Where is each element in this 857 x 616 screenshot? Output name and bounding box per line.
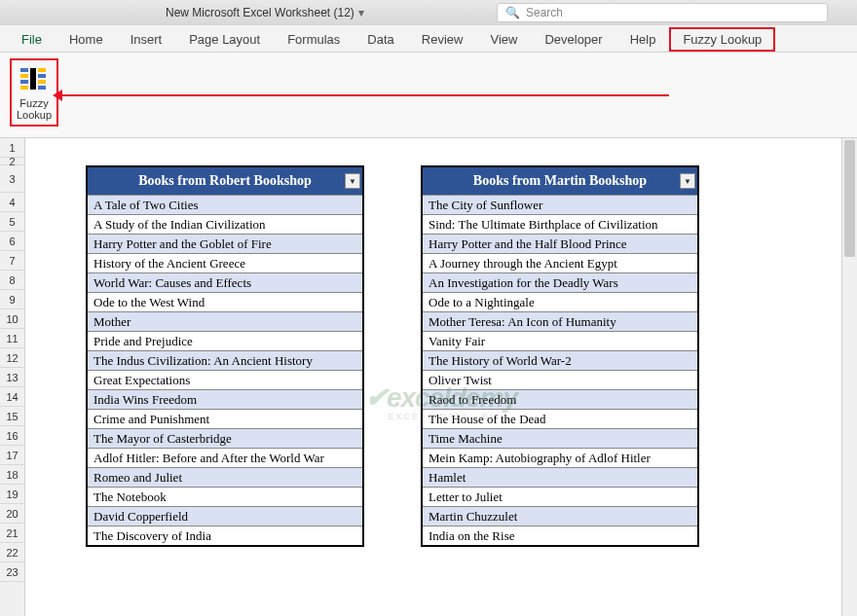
table-row[interactable]: A Journey through the Ancient Egypt <box>423 253 697 272</box>
table-row[interactable]: Letter to Juliet <box>423 487 697 506</box>
tab-home[interactable]: Home <box>56 27 117 52</box>
table-row[interactable]: Crime and Punishment <box>88 409 362 428</box>
vertical-scrollbar[interactable] <box>841 138 857 616</box>
row-header[interactable]: 23 <box>0 562 24 582</box>
table-header-text: Books from Martin Bookshop <box>473 173 647 189</box>
tab-insert[interactable]: Insert <box>117 27 176 52</box>
row-header[interactable]: 19 <box>0 485 24 504</box>
annotation-arrow <box>60 94 669 96</box>
table-row[interactable]: The History of World War-2 <box>423 350 697 370</box>
tab-formulas[interactable]: Formulas <box>274 27 354 52</box>
table-row[interactable]: Mother Teresa: An Icon of Humanity <box>423 311 697 331</box>
table-row[interactable]: David Copperfield <box>88 506 362 525</box>
row-header[interactable]: 22 <box>0 543 24 562</box>
fuzzy-lookup-button[interactable]: FuzzyLookup <box>10 58 58 127</box>
row-header[interactable]: 6 <box>0 232 24 251</box>
table-row[interactable]: An Investigation for the Deadly Wars <box>423 272 697 292</box>
table-row[interactable]: Hamlet <box>423 467 697 487</box>
tab-fuzzy-lookup[interactable]: Fuzzy Lookup <box>669 27 775 52</box>
filter-dropdown-icon[interactable]: ▼ <box>680 173 695 189</box>
table-row[interactable]: Ode to the West Wind <box>88 292 362 311</box>
row-header[interactable]: 15 <box>0 407 24 426</box>
table-row[interactable]: Harry Potter and the Half Blood Prince <box>423 234 697 253</box>
row-header[interactable]: 7 <box>0 251 24 271</box>
table-row[interactable]: The Indus Civilization: An Ancient Histo… <box>88 350 362 370</box>
table-row[interactable]: Sind: The Ultimate Birthplace of Civiliz… <box>423 214 697 234</box>
table-header: Books from Martin Bookshop ▼ <box>423 167 697 195</box>
row-header[interactable]: 9 <box>0 290 24 309</box>
row-header[interactable]: 8 <box>0 271 24 290</box>
sheet-area: 1 2 3 4 5 6 7 8 9 10 11 12 13 14 15 16 1… <box>0 138 857 616</box>
filter-dropdown-icon[interactable]: ▼ <box>345 173 360 189</box>
table-martin-bookshop: Books from Martin Bookshop ▼ The City of… <box>421 165 699 547</box>
title-dropdown-icon[interactable]: ▾ <box>358 6 364 19</box>
title-bar: New Microsoft Excel Worksheet (12) ▾ 🔍 S… <box>0 0 857 25</box>
table-row[interactable]: India on the Rise <box>423 525 697 545</box>
row-header[interactable]: 16 <box>0 426 24 446</box>
svg-rect-7 <box>38 80 46 84</box>
table-row[interactable]: The House of the Dead <box>423 409 697 428</box>
row-header[interactable]: 11 <box>0 329 24 348</box>
tab-data[interactable]: Data <box>354 27 407 52</box>
table-row[interactable]: The City of Sunflower <box>423 195 697 214</box>
table-header-text: Books from Robert Bookshop <box>138 173 312 189</box>
svg-rect-4 <box>30 68 36 90</box>
table-row[interactable]: The Mayor of Casterbridge <box>88 428 362 448</box>
svg-rect-6 <box>38 74 46 78</box>
table-row[interactable]: Oliver Twist <box>423 370 697 389</box>
table-row[interactable]: The Notebook <box>88 487 362 506</box>
table-row[interactable]: Mein Kamp: Autobiography of Adlof Hitler <box>423 448 697 467</box>
row-header[interactable]: 17 <box>0 446 24 465</box>
grid-content[interactable]: Books from Robert Bookshop ▼ A Tale of T… <box>25 138 857 616</box>
table-row[interactable]: Great Expectations <box>88 370 362 389</box>
table-row[interactable]: Romeo and Juliet <box>88 467 362 487</box>
svg-rect-8 <box>38 86 46 90</box>
table-row[interactable]: Martin Chuzzulet <box>423 506 697 525</box>
ribbon-tabs: File Home Insert Page Layout Formulas Da… <box>0 25 857 53</box>
row-header[interactable]: 20 <box>0 504 24 524</box>
table-row[interactable]: The Discovery of India <box>88 525 362 545</box>
svg-rect-1 <box>20 74 28 78</box>
row-header[interactable]: 4 <box>0 193 24 212</box>
tab-view[interactable]: View <box>476 27 531 52</box>
svg-rect-2 <box>20 80 28 84</box>
table-row[interactable]: History of the Ancient Greece <box>88 253 362 272</box>
table-row[interactable]: Mother <box>88 311 362 331</box>
search-placeholder: Search <box>526 6 563 19</box>
table-row[interactable]: World War: Causes and Effects <box>88 272 362 292</box>
row-header[interactable]: 3 <box>0 165 24 193</box>
row-header[interactable]: 14 <box>0 387 24 407</box>
table-row[interactable]: Adlof Hitler: Before and After the World… <box>88 448 362 467</box>
tab-file[interactable]: File <box>8 27 56 52</box>
table-row[interactable]: Harry Potter and the Goblet of Fire <box>88 234 362 253</box>
search-box[interactable]: 🔍 Search <box>497 3 828 22</box>
table-header: Books from Robert Bookshop ▼ <box>88 167 362 195</box>
fuzzy-lookup-label: FuzzyLookup <box>17 97 52 121</box>
table-row[interactable]: A Study of the Indian Civilization <box>88 214 362 234</box>
tab-page-layout[interactable]: Page Layout <box>175 27 274 52</box>
document-title: New Microsoft Excel Worksheet (12) <box>166 6 354 19</box>
fuzzy-lookup-icon <box>19 64 50 95</box>
row-header[interactable]: 18 <box>0 465 24 485</box>
table-row[interactable]: Raod to Freedom <box>423 389 697 409</box>
search-icon: 🔍 <box>505 6 520 19</box>
row-headers: 1 2 3 4 5 6 7 8 9 10 11 12 13 14 15 16 1… <box>0 138 25 616</box>
row-header[interactable]: 12 <box>0 348 24 368</box>
row-header[interactable]: 2 <box>0 158 24 165</box>
table-row[interactable]: Ode to a Nightingale <box>423 292 697 311</box>
row-header[interactable]: 5 <box>0 212 24 232</box>
table-row[interactable]: Vanity Fair <box>423 331 697 350</box>
row-header[interactable]: 21 <box>0 524 24 543</box>
table-row[interactable]: Time Machine <box>423 428 697 448</box>
tab-help[interactable]: Help <box>616 27 670 52</box>
tab-review[interactable]: Review <box>408 27 477 52</box>
table-row[interactable]: A Tale of Two Cities <box>88 195 362 214</box>
table-row[interactable]: India Wins Freedom <box>88 389 362 409</box>
tab-developer[interactable]: Developer <box>531 27 615 52</box>
svg-rect-0 <box>20 68 28 72</box>
svg-rect-3 <box>20 86 28 90</box>
row-header[interactable]: 13 <box>0 368 24 387</box>
row-header[interactable]: 10 <box>0 309 24 329</box>
svg-rect-5 <box>38 68 46 72</box>
table-row[interactable]: Pride and Prejudice <box>88 331 362 350</box>
